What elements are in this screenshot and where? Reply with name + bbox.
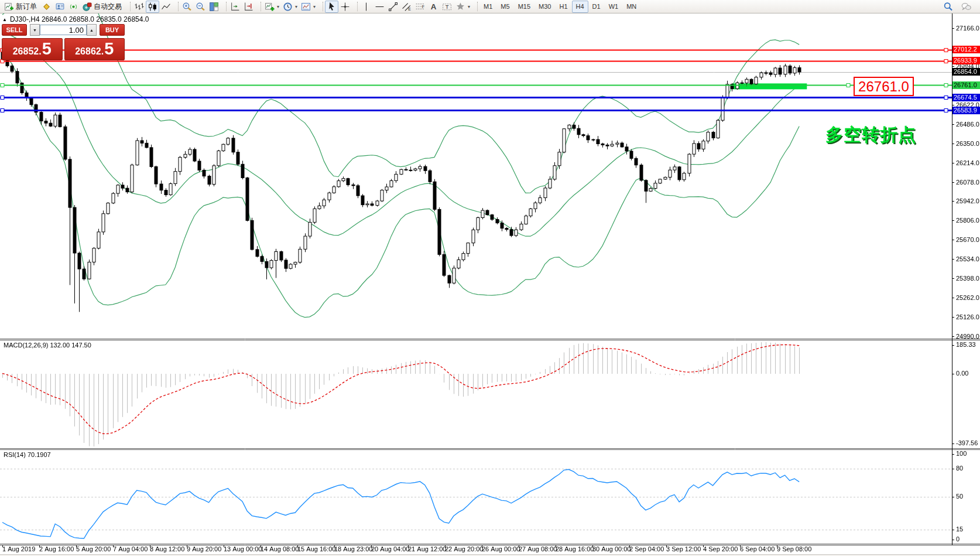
- price-badge: 26933.9: [952, 57, 980, 64]
- timeframe-d1-label: D1: [590, 3, 603, 10]
- dropdown-arrow-icon[interactable]: ▾: [295, 4, 297, 9]
- shapes-button[interactable]: ▾: [454, 1, 472, 13]
- zoom-out-button[interactable]: [194, 1, 207, 13]
- price-chart-canvas[interactable]: [0, 0, 980, 556]
- candles-icon: [148, 2, 157, 12]
- main-toolbar: 新订单自动交易▾▾▾EFAT▾M1M5M15M30H1H4D1W1MN: [0, 0, 980, 13]
- search-icon: [943, 2, 953, 12]
- chat-button[interactable]: [960, 1, 973, 13]
- turning-point-note[interactable]: 多空转折点: [825, 123, 916, 147]
- timeframe-w1[interactable]: W1: [605, 1, 623, 13]
- signal-button[interactable]: [67, 1, 80, 13]
- one-click-trading-panel: SELL ▼ ▲ BUY 26852.5 26862.5: [2, 24, 125, 60]
- timeframe-m30-label: M30: [536, 3, 553, 10]
- trendline-icon: [388, 2, 398, 12]
- autoscroll-icon: [230, 2, 240, 12]
- zoom-in-button[interactable]: [180, 1, 194, 13]
- dropdown-arrow-icon[interactable]: ▾: [313, 4, 316, 9]
- hline-icon: [375, 2, 385, 12]
- timeframe-m1-label: M1: [481, 3, 495, 10]
- auto-scroll-button[interactable]: [228, 1, 242, 13]
- volume-stepper: ▼ ▲: [30, 24, 97, 36]
- timeframe-mn[interactable]: MN: [622, 1, 640, 13]
- channel-button[interactable]: E: [400, 1, 413, 13]
- clock-icon: [283, 2, 293, 12]
- bar-chart-button[interactable]: [132, 1, 146, 13]
- tiles-icon: [209, 2, 219, 12]
- sell-button[interactable]: SELL: [2, 24, 27, 36]
- svg-text:T: T: [446, 4, 449, 10]
- price-badge: 26854.0: [952, 68, 980, 76]
- timeframe-m5[interactable]: M5: [496, 1, 513, 13]
- timeframe-d1[interactable]: D1: [588, 1, 605, 13]
- candle-chart-button[interactable]: [146, 1, 159, 13]
- hline-button[interactable]: [373, 1, 386, 13]
- price-level-annotation-box[interactable]: 26761.0: [854, 77, 914, 96]
- autotrade-icon: [82, 2, 92, 12]
- timeframe-w1-label: W1: [606, 3, 621, 10]
- zoom-in-icon: [182, 2, 192, 12]
- timeframe-m30[interactable]: M30: [534, 1, 555, 13]
- autotrading-button[interactable]: 自动交易: [80, 1, 125, 13]
- trendline-button[interactable]: [386, 1, 400, 13]
- timeframe-h4-label: H4: [574, 3, 587, 10]
- timeframe-m5-label: M5: [498, 3, 512, 10]
- volume-input[interactable]: [40, 25, 87, 35]
- periods-button[interactable]: ▾: [281, 1, 299, 13]
- vline-icon: [361, 2, 371, 12]
- vline-button[interactable]: [359, 1, 373, 13]
- toolbar-separator: [173, 2, 179, 11]
- text-button[interactable]: A: [427, 1, 440, 13]
- chat-icon: [961, 2, 971, 12]
- fibo-button[interactable]: F: [413, 1, 427, 13]
- sell-price[interactable]: 26852.5: [2, 38, 63, 60]
- buy-price[interactable]: 26862.5: [64, 38, 125, 60]
- tile-windows-button[interactable]: [207, 1, 221, 13]
- shapes-icon: [455, 2, 465, 12]
- cursor-button[interactable]: [325, 1, 338, 13]
- templates-button[interactable]: ▾: [299, 1, 317, 13]
- text-a-icon: A: [429, 2, 438, 12]
- volume-increase-button[interactable]: ▲: [87, 24, 97, 36]
- price-badge: 27012.2: [952, 46, 980, 53]
- dropdown-arrow-icon[interactable]: ▾: [277, 4, 279, 9]
- toolbar-separator: [256, 2, 261, 11]
- quotes-button[interactable]: [40, 1, 53, 13]
- new-order-button[interactable]: 新订单: [2, 1, 40, 13]
- add-indicator-icon: [265, 2, 275, 12]
- timeframe-h4[interactable]: H4: [572, 1, 588, 13]
- crosshair-button[interactable]: [338, 1, 352, 13]
- price-badge: 26583.9: [952, 107, 980, 114]
- price-badge: 26674.5: [952, 94, 980, 101]
- timeframe-m1[interactable]: M1: [479, 1, 496, 13]
- toolbar-separator: [318, 2, 323, 11]
- volume-decrease-button[interactable]: ▼: [30, 24, 40, 36]
- autotrading-button-label: 自动交易: [94, 2, 123, 12]
- line-chart-button[interactable]: [159, 1, 173, 13]
- timeframe-m15[interactable]: M15: [514, 1, 534, 13]
- svg-text:E: E: [408, 7, 411, 11]
- gold-diamond-icon: [42, 2, 52, 12]
- buy-button[interactable]: BUY: [100, 24, 125, 36]
- market-watch-button[interactable]: [53, 1, 67, 13]
- label-button[interactable]: T: [440, 1, 454, 13]
- chart-shift-button[interactable]: [242, 1, 255, 13]
- toolbar-right-group: [941, 1, 978, 13]
- monitor-user-icon: [55, 2, 65, 12]
- signal-icon: [68, 2, 78, 12]
- timeframe-h1[interactable]: H1: [555, 1, 571, 13]
- collapse-panel-icon[interactable]: ▲: [2, 17, 7, 22]
- timeframe-h1-label: H1: [557, 3, 570, 10]
- text-label-icon: T: [442, 2, 452, 12]
- dropdown-arrow-icon[interactable]: ▾: [468, 4, 470, 9]
- search-button[interactable]: [941, 1, 955, 13]
- new-order-button-label: 新订单: [16, 2, 38, 12]
- toolbar-separator: [221, 2, 227, 11]
- terminal-window: 新订单自动交易▾▾▾EFAT▾M1M5M15M30H1H4D1W1MN ▲ DJ…: [0, 0, 980, 556]
- new-order-icon: [4, 2, 14, 12]
- bars-icon: [134, 2, 144, 12]
- chartshift-icon: [244, 2, 253, 12]
- indicators-button[interactable]: ▾: [263, 1, 281, 13]
- template-icon: [301, 2, 311, 12]
- cursor-icon: [327, 2, 337, 12]
